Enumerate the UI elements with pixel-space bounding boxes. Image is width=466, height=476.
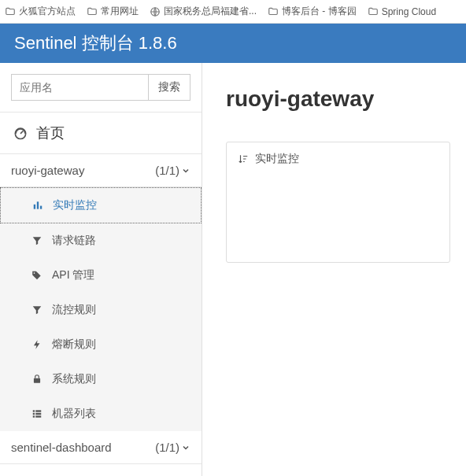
nav-home-label: 首页 [36,124,65,142]
search-input[interactable] [12,75,148,100]
sub-item-label: 请求链路 [52,234,96,248]
main-content: ruoyi-gateway 实时监控 [202,63,466,476]
sub-item-label: 流控规则 [52,303,96,317]
app-title: Sentinel 控制台 1.8.6 [14,31,177,55]
svg-rect-8 [35,410,41,411]
svg-rect-10 [35,413,41,415]
dashboard-icon [13,125,28,141]
bookmark-label: 火狐官方站点 [19,5,76,18]
app-count: (1/1) [155,441,179,454]
panel-title: 实时监控 [255,152,299,166]
barchart-icon [32,200,43,211]
bookmark-item[interactable]: 国家税务总局福建省... [150,5,257,18]
sub-item-label: 机器列表 [52,407,96,421]
folder-icon [87,6,98,17]
panel-body [227,175,449,262]
sub-item-system-rules[interactable]: 系统规则 [0,362,202,397]
svg-rect-2 [34,205,35,209]
app-header: Sentinel 控制台 1.8.6 [0,24,466,63]
panel-realtime: 实时监控 [226,142,450,263]
folder-icon [268,6,279,17]
app-name: ruoyi-gateway [11,164,84,177]
sub-item-label: 熔断规则 [52,338,96,352]
filter-icon [31,304,43,315]
app-count: (1/1) [155,164,179,177]
tags-icon [31,270,43,281]
lock-icon [31,374,43,385]
sub-item-label: 系统规则 [52,372,96,386]
svg-rect-7 [33,410,35,411]
svg-rect-12 [35,415,41,417]
sidebar-app-ruoyi-gateway[interactable]: ruoyi-gateway (1/1) [0,154,202,187]
flash-icon [31,339,43,350]
sidebar-submenu: 实时监控 请求链路 API 管理 流控规则 熔断规则 系统规则 [0,187,202,431]
svg-point-5 [34,272,35,274]
svg-rect-9 [33,413,35,415]
nav-home[interactable]: 首页 [0,112,202,154]
sub-item-realtime[interactable]: 实时监控 [0,187,202,223]
sub-item-machines[interactable]: 机器列表 [0,397,202,431]
search-box: 搜索 [11,74,190,101]
folder-icon [368,6,379,17]
filter-icon [31,235,43,246]
sub-item-label: API 管理 [52,268,94,282]
sidebar-app-sentinel-dashboard[interactable]: sentinel-dashboard (1/1) [0,431,202,464]
bookmark-item[interactable]: 火狐官方站点 [5,5,76,18]
bookmark-label: 常用网址 [101,5,139,18]
bookmark-item[interactable]: 常用网址 [87,5,139,18]
search-button[interactable]: 搜索 [148,75,190,100]
bookmark-label: 博客后台 - 博客园 [282,5,357,18]
chevron-down-icon [181,166,190,175]
panel-heading: 实时监控 [227,142,449,175]
bookmarks-bar: 火狐官方站点 常用网址 国家税务总局福建省... 博客后台 - 博客园 Spri… [0,0,466,24]
svg-rect-11 [33,415,35,417]
page-title: ruoyi-gateway [226,87,450,112]
bookmark-item[interactable]: Spring Cloud [368,6,436,17]
folder-icon [5,6,16,17]
sort-icon [238,153,249,164]
chevron-down-icon [181,443,190,452]
sub-item-label: 实时监控 [53,198,97,212]
bookmark-label: 国家税务总局福建省... [164,5,257,18]
sub-item-api[interactable]: API 管理 [0,258,202,293]
svg-rect-3 [37,201,39,208]
svg-rect-4 [40,206,42,209]
sidebar: 搜索 首页 ruoyi-gateway (1/1) 实时监控 请求链路 [0,63,202,476]
app-name: sentinel-dashboard [11,441,112,454]
svg-rect-6 [34,378,40,383]
bookmark-label: Spring Cloud [382,6,436,17]
globe-icon [150,6,161,17]
sub-item-degrade-rules[interactable]: 熔断规则 [0,327,202,362]
sub-item-request-chain[interactable]: 请求链路 [0,223,202,258]
sub-item-flow-rules[interactable]: 流控规则 [0,293,202,327]
list-icon [31,408,43,419]
bookmark-item[interactable]: 博客后台 - 博客园 [268,5,357,18]
